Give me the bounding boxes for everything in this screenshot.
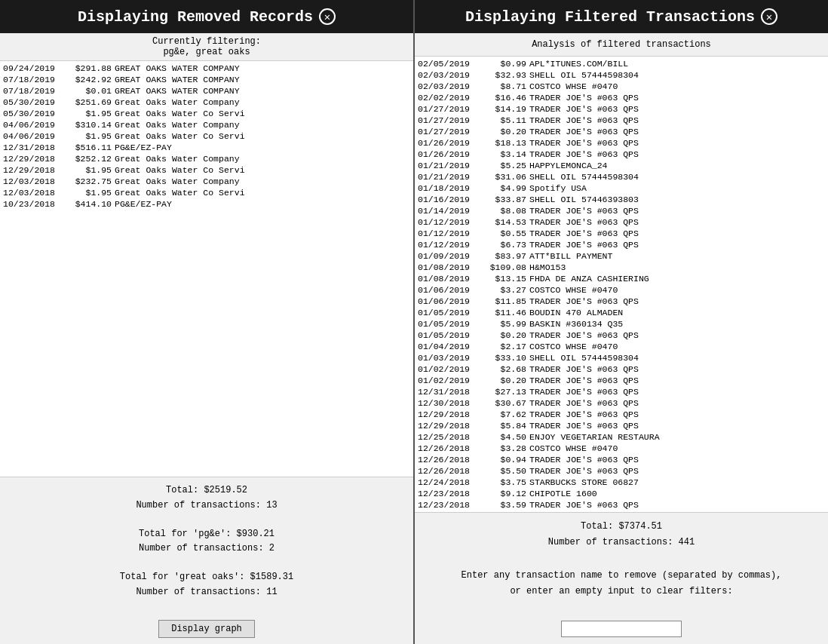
record-amount: $33.10	[477, 353, 526, 363]
record-amount: $252.12	[63, 154, 112, 164]
record-desc: TRADER JOE'S #063 QPS	[529, 104, 825, 114]
record-desc: TRADER JOE'S #063 QPS	[529, 115, 825, 125]
record-date: 01/05/2019	[418, 308, 474, 317]
record-desc: TRADER JOE'S #063 QPS	[529, 376, 825, 385]
record-amount: $3.14	[477, 149, 526, 159]
record-amount: $32.93	[477, 70, 526, 80]
record-date: 01/05/2019	[418, 330, 474, 340]
left-panel-header: Displaying Removed Records ✕	[0, 0, 413, 33]
record-date: 01/08/2019	[418, 274, 474, 284]
left-num-transactions: Number of transactions: 13	[9, 498, 404, 513]
record-desc: TRADER JOE'S #063 QPS	[529, 398, 825, 408]
left-panel-title: Displaying Removed Records	[78, 8, 313, 26]
record-date: 12/25/2018	[418, 432, 474, 442]
record-amount: $5.25	[477, 161, 526, 170]
record-date: 07/18/2019	[3, 75, 60, 84]
record-date: 01/08/2019	[418, 262, 474, 272]
record-desc: Spotify USA	[529, 183, 825, 193]
record-amount: $3.75	[477, 477, 526, 487]
record-amount: $1.95	[63, 188, 112, 198]
record-desc: SHELL OIL 57446393803	[529, 195, 825, 204]
table-row: 12/30/2018$30.67TRADER JOE'S #063 QPS	[418, 397, 825, 409]
record-date: 01/26/2019	[418, 149, 474, 159]
display-graph-button[interactable]: Display graph	[158, 620, 255, 638]
record-amount: $232.75	[63, 176, 112, 186]
record-date: 05/30/2019	[3, 109, 60, 118]
record-amount: $2.17	[477, 342, 526, 351]
record-desc: TRADER JOE'S #063 QPS	[529, 206, 825, 216]
record-date: 12/23/2018	[418, 489, 474, 498]
record-desc: PG&E/EZ-PAY	[115, 199, 410, 209]
table-row: 12/31/2018$516.11PG&E/EZ-PAY	[3, 142, 410, 153]
table-row: 01/12/2019$14.53TRADER JOE'S #063 QPS	[418, 216, 825, 228]
table-row: 12/25/2018$4.50ENJOY VEGETARIAN RESTAURA	[418, 431, 825, 443]
record-date: 01/12/2019	[418, 240, 474, 250]
record-desc: Great Oaks Water Co Servi	[115, 109, 410, 118]
record-date: 01/21/2019	[418, 161, 474, 170]
record-amount: $8.08	[477, 206, 526, 216]
record-amount: $4.50	[477, 432, 526, 442]
record-desc: TRADER JOE'S #063 QPS	[529, 296, 825, 306]
right-prompt1: Enter any transaction name to remove (se…	[424, 568, 819, 584]
filter-input[interactable]	[561, 621, 682, 637]
record-desc: GREAT OAKS WATER COMPANY	[115, 86, 410, 96]
table-row: 07/18/2019$0.01GREAT OAKS WATER COMPANY	[3, 85, 410, 97]
table-row: 01/27/2019$0.20TRADER JOE'S #063 QPS	[418, 126, 825, 137]
record-date: 01/16/2019	[418, 195, 474, 204]
table-row: 12/26/2018$5.50TRADER JOE'S #063 QPS	[418, 465, 825, 477]
right-panel-header: Displaying Filtered Transactions ✕	[415, 0, 828, 33]
record-amount: $2.68	[477, 364, 526, 374]
record-desc: BOUDIN 470 ALMADEN	[529, 308, 825, 317]
left-panel-close-button[interactable]: ✕	[319, 8, 336, 25]
record-amount: $291.88	[63, 63, 112, 73]
record-desc: TRADER JOE'S #063 QPS	[529, 364, 825, 374]
record-date: 12/03/2018	[3, 176, 60, 186]
record-amount: $0.20	[477, 127, 526, 136]
record-date: 01/26/2019	[418, 138, 474, 148]
table-row: 02/03/2019$32.93SHELL OIL 57444598304	[418, 69, 825, 81]
table-row: 02/02/2019$16.46TRADER JOE'S #063 QPS	[418, 92, 825, 103]
record-desc: Great Oaks Water Co Servi	[115, 165, 410, 175]
table-row: 12/29/2018$5.84TRADER JOE'S #063 QPS	[418, 420, 825, 431]
record-desc: Great Oaks Water Company	[115, 176, 410, 186]
record-date: 04/06/2019	[3, 120, 60, 130]
record-amount: $4.99	[477, 183, 526, 193]
table-row: 12/03/2018$232.75Great Oaks Water Compan…	[3, 176, 410, 187]
table-row: 01/21/2019$5.25HAPPYLEMONCA_24	[418, 160, 825, 171]
record-amount: $5.11	[477, 115, 526, 125]
record-desc: ATT*BILL PAYMENT	[529, 251, 825, 261]
record-amount: $3.27	[477, 285, 526, 295]
record-amount: $0.20	[477, 376, 526, 385]
record-amount: $8.71	[477, 81, 526, 91]
right-panel-title: Displaying Filtered Transactions	[465, 8, 755, 26]
right-panel-close-button[interactable]: ✕	[761, 8, 777, 25]
record-amount: $0.20	[477, 330, 526, 340]
filtered-records-list[interactable]: 02/05/2019$0.99APL*ITUNES.COM/BILL02/03/…	[415, 57, 828, 512]
record-desc: CHIPOTLE 1600	[529, 489, 825, 498]
table-row: 01/05/2019$11.46BOUDIN 470 ALMADEN	[418, 307, 825, 318]
record-desc: TRADER JOE'S #063 QPS	[529, 466, 825, 476]
right-panel: Displaying Filtered Transactions ✕ Analy…	[415, 0, 828, 644]
record-desc: TRADER JOE'S #063 QPS	[529, 217, 825, 227]
left-panel: Displaying Removed Records ✕ Currently f…	[0, 0, 415, 644]
record-date: 01/18/2019	[418, 183, 474, 193]
record-amount: $109.08	[477, 262, 526, 272]
record-amount: $30.67	[477, 398, 526, 408]
record-desc: SHELL OIL 57444598304	[529, 70, 825, 80]
record-date: 01/02/2019	[418, 376, 474, 385]
record-date: 01/14/2019	[418, 206, 474, 216]
table-row: 01/03/2019$33.10SHELL OIL 57444598304	[418, 352, 825, 363]
table-row: 12/23/2018$3.59TRADER JOE'S #063 QPS	[418, 499, 825, 511]
record-date: 05/30/2019	[3, 97, 60, 107]
record-amount: $251.69	[63, 97, 112, 107]
record-desc: TRADER JOE'S #063 QPS	[529, 500, 825, 510]
record-date: 12/31/2018	[418, 387, 474, 397]
table-row: 01/06/2019$3.27COSTCO WHSE #0470	[418, 284, 825, 296]
record-desc: TRADER JOE'S #063 QPS	[529, 138, 825, 148]
analysis-header: Analysis of filtered transactions	[415, 33, 828, 57]
table-row: 12/26/2018$3.28COSTCO WHSE #0470	[418, 443, 825, 454]
record-desc: Great Oaks Water Co Servi	[115, 188, 410, 198]
removed-records-list[interactable]: 09/24/2019$291.88GREAT OAKS WATER COMPAN…	[0, 61, 413, 477]
record-desc: COSTCO WHSE #0470	[529, 81, 825, 91]
table-row: 01/02/2019$0.20TRADER JOE'S #063 QPS	[418, 375, 825, 386]
